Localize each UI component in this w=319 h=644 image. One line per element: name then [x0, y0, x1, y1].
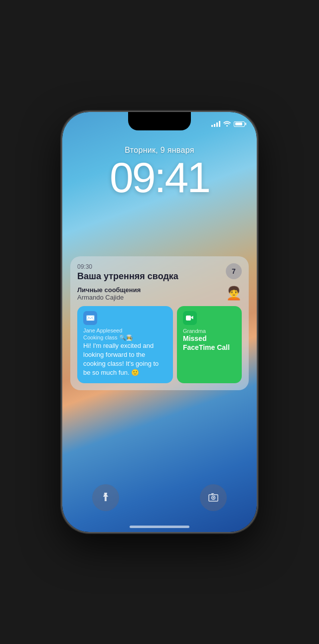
summary-person: Личные сообщения Armando Cajide 🧑‍🦱	[77, 286, 242, 301]
wifi-icon	[223, 120, 231, 128]
notification-summary-card[interactable]: 09:30 Ваша утренняя сводка 7 Личные сооб…	[70, 256, 249, 390]
lock-screen: Вторник, 9 января 09:41 09:30 Ваша утрен…	[62, 112, 257, 532]
notif-cards: ✉️ Jane Appleseed Cooking class 🔍👩‍🍳 Hi!…	[77, 306, 242, 383]
summary-badge: 7	[226, 263, 242, 279]
battery-icon	[234, 121, 245, 127]
summary-person-info: Личные сообщения Armando Cajide	[77, 286, 141, 301]
summary-header-text: 09:30 Ваша утренняя сводка	[77, 263, 178, 282]
summary-time: 09:30	[77, 263, 178, 270]
mail-notification-card[interactable]: ✉️ Jane Appleseed Cooking class 🔍👩‍🍳 Hi!…	[77, 306, 173, 383]
mail-card-header: ✉️	[83, 311, 167, 325]
facetime-notification-card[interactable]: Grandma Missed FaceTime Call	[177, 306, 242, 383]
svg-point-2	[213, 497, 214, 499]
summary-header: 09:30 Ваша утренняя сводка 7	[77, 263, 242, 282]
signal-bars-icon	[211, 121, 220, 127]
bottom-bar	[62, 477, 257, 532]
phone-frame: Вторник, 9 января 09:41 09:30 Ваша утрен…	[62, 112, 257, 532]
flashlight-button[interactable]	[92, 484, 119, 511]
lock-time: 09:41	[62, 156, 257, 199]
summary-title: Ваша утренняя сводка	[77, 271, 178, 282]
facetime-caller: Grandma	[183, 328, 236, 334]
facetime-icon	[183, 311, 197, 325]
mail-body: Hi! I'm really excited and looking forwa…	[83, 341, 167, 378]
facetime-header	[183, 311, 236, 325]
person-avatar: 🧑‍🦱	[226, 286, 242, 301]
notch	[128, 112, 191, 130]
person-category: Личные сообщения	[77, 286, 141, 294]
camera-button[interactable]	[200, 484, 227, 511]
status-right	[211, 120, 245, 128]
person-name: Armando Cajide	[77, 294, 141, 301]
mail-icon: ✉️	[83, 311, 97, 325]
svg-rect-0	[186, 316, 191, 321]
facetime-status: Missed FaceTime Call	[183, 334, 236, 352]
mail-sender: Jane Appleseed Cooking class 🔍👩‍🍳	[83, 327, 167, 341]
home-indicator	[130, 526, 189, 528]
